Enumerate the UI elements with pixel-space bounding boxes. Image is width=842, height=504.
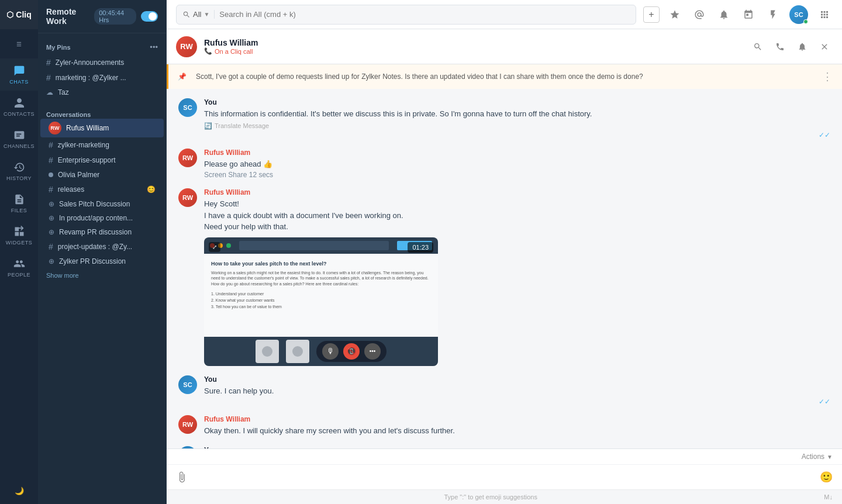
call-icon: [775, 42, 785, 51]
hamburger-menu[interactable]: ☰: [0, 29, 38, 58]
chat-header-actions: [750, 39, 833, 55]
conv-name-es: Enterprise-support: [58, 156, 116, 164]
conv-avatar-rufus: RW: [49, 122, 61, 134]
search-filter[interactable]: All ▼: [182, 10, 215, 19]
conv-name-sales: Sales Pitch Discussion: [59, 200, 130, 208]
grid-icon-btn[interactable]: [816, 6, 833, 23]
work-toggle[interactable]: [141, 11, 158, 22]
actions-dropdown[interactable]: Actions ▼: [802, 453, 833, 461]
pins-title: My Pins: [46, 44, 71, 51]
emoji-hint: Type ":" to get emoji suggestions: [167, 490, 815, 504]
nav-widgets[interactable]: WIDGETS: [0, 219, 38, 251]
search-icon: [182, 11, 191, 19]
hash-icon-es: #: [49, 156, 53, 165]
nav-contacts[interactable]: CONTACTS: [0, 91, 38, 123]
msg-sender-1: You: [204, 98, 830, 106]
nav-people[interactable]: PEOPLE: [0, 251, 38, 284]
conv-sales[interactable]: ⊕ Sales Pitch Discussion: [40, 197, 164, 211]
nav-chats[interactable]: CHATS: [0, 58, 38, 91]
msg-content-2: Rufus William Please go ahead 👍 Screen S…: [204, 149, 830, 179]
conv-name-product: In product/app conten...: [59, 214, 133, 222]
msg-text-3b: I have a quick doubt with a document I'v…: [204, 210, 830, 222]
screen-doc-list: 1. Understand your customer 2. Know what…: [211, 291, 431, 310]
msg-secondary-2: Screen Share 12 secs: [204, 171, 830, 179]
star-icon-btn[interactable]: [667, 6, 683, 23]
more-options-btn[interactable]: •••: [364, 343, 381, 360]
nav-files[interactable]: FILES: [0, 187, 38, 219]
attach-button[interactable]: [176, 471, 188, 483]
nav-contacts-label: CONTACTS: [4, 111, 34, 117]
pin-icon: 📌: [178, 73, 187, 81]
msg-content-1: You This information is confidential. It…: [204, 98, 830, 139]
face-thumb-1: [256, 340, 279, 363]
message-3: RW Rufus William Hey Scott! I have a qui…: [178, 188, 830, 366]
markdown-indicator[interactable]: M↓: [815, 490, 842, 504]
actions-bar: Actions ▼: [167, 449, 842, 465]
calendar-icon-btn[interactable]: [740, 6, 757, 23]
chat-icon: [13, 65, 25, 77]
msg-sender-5: Rufus William: [204, 415, 830, 423]
translate-label: Translate Message: [215, 122, 269, 129]
pin-item-marketing[interactable]: # marketing : @Zylker ...: [38, 70, 166, 85]
contacts-icon: [13, 97, 25, 109]
nav-channels[interactable]: CHANNELS: [0, 123, 38, 155]
message-input[interactable]: [195, 473, 813, 482]
filter-dropdown-icon[interactable]: ▼: [203, 11, 209, 18]
end-call-btn[interactable]: 📵: [343, 343, 360, 360]
search-chat-btn[interactable]: [750, 39, 766, 55]
conv-project[interactable]: # project-updates : @Zy...: [40, 239, 164, 254]
input-area: Actions ▼ 🙂 Type ":" to get emoji sugges…: [167, 448, 842, 504]
chat-container: RW Rufus William 📞 On a Cliq call: [167, 29, 842, 504]
double-check-4: ✓✓: [819, 398, 830, 406]
conv-zylker-pr[interactable]: ⊕ Zylker PR Discussion: [40, 254, 164, 268]
emoji-button[interactable]: 🙂: [820, 471, 833, 484]
nav-history[interactable]: HISTORY: [0, 155, 38, 187]
theme-toggle[interactable]: 🌙: [0, 478, 38, 504]
hash-icon-rel: #: [49, 185, 53, 194]
nav-files-label: FILES: [11, 208, 27, 213]
notification-icon-btn[interactable]: [716, 6, 732, 23]
mute-btn[interactable]: [794, 39, 810, 55]
pin-item-zyler[interactable]: # Zyler-Announcements: [38, 55, 166, 70]
screen-doc-text: Working on a sales pitch might not be th…: [211, 270, 431, 287]
conv-enterprise[interactable]: # Enterprise-support: [40, 153, 164, 168]
nav-channels-label: CHANNELS: [4, 143, 34, 149]
lightning-icon-btn[interactable]: [765, 6, 781, 23]
online-status-dot: [803, 19, 808, 24]
at-icon-btn[interactable]: [691, 6, 708, 23]
face-2: [292, 346, 303, 357]
workspace-header: Remote Work 00:45:44 Hrs: [38, 0, 166, 33]
msg-content-4: You Sure. I can help you. ✓✓: [204, 375, 830, 406]
add-button[interactable]: +: [643, 6, 660, 23]
call-btn[interactable]: [772, 39, 788, 55]
mic-btn[interactable]: 🎙: [322, 343, 339, 360]
conv-zylker-marketing[interactable]: # zylker-marketing: [40, 137, 164, 153]
search-input[interactable]: [219, 10, 630, 19]
screen-share-thumbnail[interactable]: How to take your sales pitch to the next…: [204, 237, 438, 366]
expand-btn[interactable]: ⤢: [209, 242, 220, 252]
time-badge: 01:23: [408, 242, 433, 253]
chat-contact-avatar: RW: [176, 36, 197, 57]
screen-doc-title: How to take your sales pitch to the next…: [211, 261, 431, 267]
conv-name-releases: releases: [58, 185, 84, 194]
chat-contact-status: 📞 On a Cliq call: [204, 47, 743, 55]
pinned-more-btn[interactable]: ⋮: [822, 70, 833, 83]
channels-icon: [13, 129, 25, 141]
conv-revamp[interactable]: ⊕ Revamp PR discussion: [40, 225, 164, 239]
conv-releases[interactable]: # releases 😊: [40, 182, 164, 197]
pins-more-icon[interactable]: •••: [150, 43, 158, 51]
conv-olivia[interactable]: Olivia Palmer: [40, 168, 164, 182]
close-chat-btn[interactable]: [816, 39, 833, 55]
conv-product[interactable]: ⊕ In product/app conten...: [40, 211, 164, 225]
msg-avatar-you-4: SC: [178, 375, 197, 394]
user-avatar[interactable]: SC: [789, 5, 808, 24]
app-logo[interactable]: ⬡ Cliq: [0, 0, 38, 29]
messages-area[interactable]: SC You This information is confidential.…: [167, 89, 842, 448]
pin-item-taz[interactable]: ☁ Taz: [38, 85, 166, 99]
conv-name-revamp: Revamp PR discussion: [59, 228, 132, 236]
msg-avatar-rufus-2: RW: [178, 149, 197, 167]
status-text: On a Cliq call: [215, 48, 253, 55]
input-row: 🙂: [167, 465, 842, 489]
show-more-btn[interactable]: Show more: [38, 268, 166, 282]
hash-icon-zm: #: [49, 140, 53, 150]
